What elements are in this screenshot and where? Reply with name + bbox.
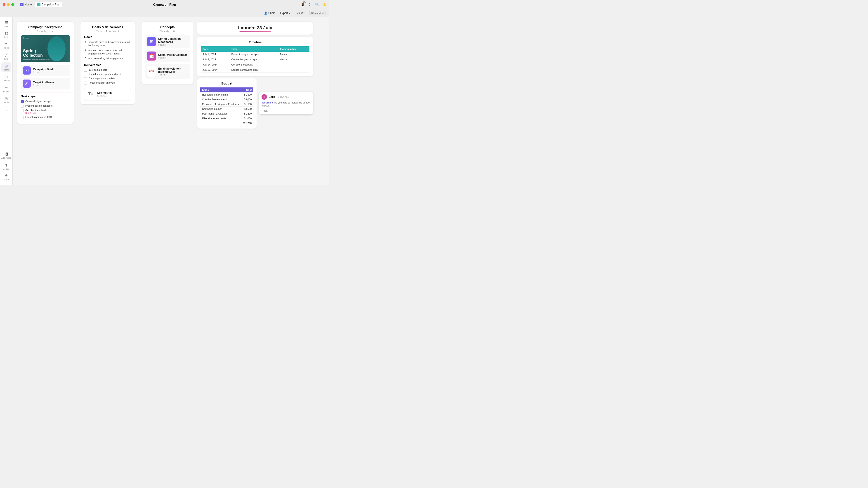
timeline-date-2: July 4, 2024 [201,57,229,62]
tab-campaign-plan[interactable]: Campaign Plan [35,2,62,7]
timeline-task-3: Get client feedback [229,62,278,67]
budget-header-cost: Cost [241,88,254,92]
note-icon: ☰ [5,21,8,25]
sidebar-item-table[interactable]: ⊞ Table [1,95,11,105]
budget-comment-row: Budget Stage Cost Research and Planni [197,78,313,129]
target-audience-icon [23,79,31,88]
collection-title: SpringCollection [23,49,43,58]
timeline-date-4: July 23, 2024 [201,67,229,72]
sidebar-item-todo[interactable]: ≡ To-do [1,41,11,51]
timeline-date-3: July 14, 2024 [201,62,229,67]
more-icon: ··· [5,109,8,113]
arrow-2: → [136,40,140,44]
budget-panel: Budget Stage Cost Research and Planni [197,78,256,129]
board-icon: ⊞ [5,64,8,68]
reply-button[interactable]: Reply [261,109,310,112]
sidebar-item-note[interactable]: ☰ Note [1,19,11,29]
comment-icon: ✏ [5,86,8,90]
budget-header-stage: Stage [200,88,241,92]
timeline-row-4: July 23, 2024 Launch campaigns TBC [201,67,309,72]
sidebar-item-more[interactable]: ··· [1,106,11,116]
calendar-item[interactable]: 📅 Social Media Calendar 0 cards [145,50,190,62]
right-area: Launch: 23 July Timeline Date Task Team … [197,22,313,129]
help-icon[interactable]: ? [307,2,312,7]
moodboard-info: Spring Collection Moodboard 0 cards [158,37,188,46]
sidebar-item-add-image[interactable]: 🖼 Add Image [1,151,11,161]
deliverables-section-head: Deliverables [84,63,131,67]
window-controls [3,3,14,6]
budget-stage-3: Pre-launch Testing and Feedback [200,102,241,107]
tab-home[interactable]: M Home [18,2,34,7]
target-audience-card[interactable]: Target Audience 0 cards [21,78,70,90]
pdf-item[interactable]: PDF Email-newsletter-mockups.pdf 348 KB [145,64,190,78]
inbox-icon[interactable]: 📱 0 [300,2,305,7]
search-icon[interactable]: 🔍 [315,2,319,7]
timeline-task-4: Launch campaigns TBC [229,67,278,72]
pdf-info: Email-newsletter-mockups.pdf 348 KB [158,67,188,76]
panel-divider [17,92,74,92]
launch-title: Launch: 23 July [202,25,309,31]
arrow-1: → [75,40,79,44]
timeline-date-1: July 1, 2024 [201,52,229,57]
metrics-icon: T≡ [87,90,95,98]
campaign-background-title: Campaign background [21,25,70,29]
add-image-icon: 🖼 [4,152,8,156]
step-check-3[interactable] [21,109,24,112]
sidebar-item-line[interactable]: ╱ Line [1,52,11,61]
step-check-2[interactable] [21,105,24,107]
step-item-1: ✓ Create design concepts [21,100,70,103]
concepts-subtitle: 2 boards, 1 file [145,30,190,33]
upload-icon: ⬆ [5,163,8,167]
sidebar-item-trash[interactable]: 🗑 Trash [1,172,11,182]
budget-row-1: Research and Planning $1,500 [200,92,253,97]
sidebar-item-link[interactable]: ⛓ Link [1,30,11,40]
export-button[interactable]: Export ▾ [278,11,292,15]
goals-deliverables-panel: Goals & deliverables 2 cards, 1 document… [81,22,135,104]
timeline-member-3 [278,62,310,67]
budget-stage-1: Research and Planning [200,92,241,97]
titlebar-right: 📱 0 ? 🔍 🔔 [300,2,327,7]
del-check-3[interactable] [84,77,87,80]
notifications-icon[interactable]: 🔔 [322,2,327,7]
goal-2: Increase brand awareness and engagement … [88,48,131,56]
del-check-2[interactable] [84,73,87,76]
person-overlay [43,35,70,62]
spring-collection-image: Dekker SpringCollection Statement eyewea… [21,35,70,62]
key-metrics-card[interactable]: T≡ Key metrics 31 words [84,88,131,101]
moodboard-item[interactable]: ⊞ Spring Collection Moodboard 0 cards [145,35,190,48]
pdf-size: 348 KB [158,73,188,76]
calendar-info: Social Media Calendar 0 cards [158,53,188,59]
del-check-4[interactable] [84,82,87,85]
trash-icon: 🗑 [4,174,8,178]
home-icon: M [20,3,24,6]
budget-total-value: $11,700 [241,121,254,126]
timeline-task-2: Create design concepts [229,57,278,62]
close-button[interactable] [3,3,5,6]
budget-total-row: $11,700 [200,121,253,126]
brand-label: Dekker [23,37,30,39]
deliverable-2: 5 x influencer sponsored posts [84,73,131,76]
step-check-4[interactable] [21,116,24,119]
del-check-1[interactable] [84,69,87,72]
minimize-button[interactable] [7,3,10,6]
concepts-panel: Concepts 2 boards, 1 file ⊞ Spring Colle… [142,22,193,84]
sidebar-item-comment[interactable]: ✏ Comment [1,84,11,94]
step-due-3: Due 14 Jul [25,112,46,114]
view-button[interactable]: View ▾ [294,11,307,15]
deliverable-1: 10 x social posts [84,68,131,72]
budget-stage-5: Post-launch Evaluation [200,111,241,116]
budget-title: Budget [200,82,253,85]
campaign-brief-card[interactable]: Campaign Brief 0 cards [21,65,70,76]
timeline-member-2: Marisa [278,57,310,62]
maximize-button[interactable] [11,3,14,6]
budget-stage-4: Campaign Launch [200,107,241,111]
board-icon [37,3,40,6]
calendar-icon: 📅 [147,52,156,61]
sidebar-item-column[interactable]: ⊟ Column [1,73,11,83]
step-check-1: ✓ [21,100,24,103]
share-button[interactable]: 👤 Share [264,11,276,15]
sidebar-item-upload[interactable]: ⬆ Upload [1,162,11,171]
goal-1: Generate buzz and excitement around the … [88,40,131,47]
sidebar-item-board[interactable]: ⊞ Board [1,62,11,72]
toolbar: 👤 Share Export ▾ View ▾ 0 Unsorted [0,9,329,17]
